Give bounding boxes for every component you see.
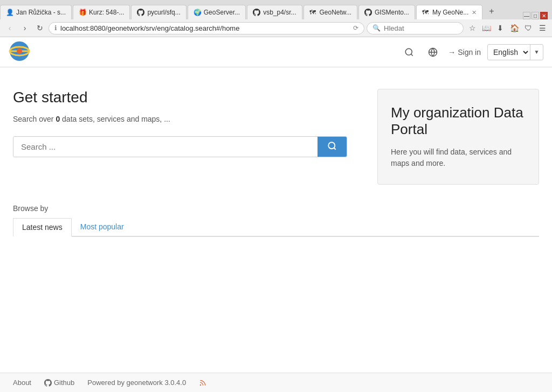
shield-icon[interactable]: 🛡 [522, 22, 535, 34]
browser-tab-8[interactable]: 🗺 My GeoNe... ✕ [416, 5, 482, 19]
address-bar[interactable]: ℹ localhost:8080/geonetwork/srv/eng/cata… [49, 22, 364, 34]
tab-label-3: pycurl/sfq... [147, 9, 180, 16]
reading-mode-icon[interactable]: 📖 [480, 22, 493, 34]
app-header: → Sign in English Czech French ▼ [0, 37, 552, 67]
tab-most-popular-label: Most popular [80, 222, 124, 231]
tab-label-2: Kurz: 548-... [89, 9, 124, 16]
svg-point-3 [17, 48, 22, 54]
tab-most-popular[interactable]: Most popular [72, 218, 133, 236]
tab-label-7: GISMento... [375, 9, 409, 16]
portal-description: Here you will find data, services and ma… [391, 146, 526, 169]
tab-latest-news-label: Latest news [22, 223, 63, 232]
hero-portal-card: My organization Data Portal Here you wil… [377, 89, 539, 185]
tab-bar: 👤 Jan Růžička - s... 🎁 Kurz: 548-... pyc… [0, 0, 552, 19]
search-icon-btn[interactable] [401, 44, 418, 61]
hero-subtitle-count: 0 [56, 115, 60, 123]
address-bar-row: ‹ › ↻ ℹ localhost:8080/geonetwork/srv/en… [0, 19, 552, 37]
svg-point-4 [405, 48, 412, 55]
tab-label-6: GeoNetw... [320, 9, 351, 16]
back-button[interactable]: ‹ [3, 22, 16, 34]
menu-icon[interactable]: ☰ [536, 22, 549, 34]
tab-label-5: vsb_p4/sr... [263, 9, 296, 16]
main-content: Get started Search over 0 data sets, ser… [0, 67, 552, 250]
tab-favicon-8: 🗺 [422, 9, 430, 16]
browser-tab-4[interactable]: 🌍 GeoServer... [188, 5, 246, 19]
hero-title: Get started [13, 89, 360, 106]
security-icon: ℹ [54, 24, 57, 32]
hero-subtitle-prefix: Search over [13, 115, 56, 123]
search-box [13, 136, 347, 157]
search-green-icon: 🔍 [372, 24, 381, 32]
tab-favicon-7 [364, 9, 372, 16]
maximize-button[interactable]: □ [532, 12, 539, 19]
browser-tab-3[interactable]: pycurl/sfq... [131, 5, 186, 19]
sign-in-icon: → [448, 48, 456, 57]
tab-favicon-5 [253, 9, 260, 16]
language-dropdown-icon[interactable]: ▼ [530, 45, 543, 60]
main-search-input[interactable] [13, 137, 318, 157]
tab-favicon-6: 🗺 [309, 9, 317, 16]
download-icon[interactable]: ⬇ [494, 22, 507, 34]
browse-label: Browse by [13, 204, 539, 213]
browse-section: Browse by Latest news Most popular [13, 204, 539, 237]
main-search-button[interactable] [318, 137, 347, 157]
hero-subtitle: Search over 0 data sets, services and ma… [13, 115, 360, 123]
toolbar-icons: ☆ 📖 ⬇ 🏠 🛡 ☰ [466, 22, 549, 34]
portal-title: My organization Data Portal [391, 104, 526, 138]
logo-svg [9, 40, 30, 62]
new-tab-button[interactable]: + [484, 3, 499, 19]
browser-search-input[interactable] [384, 24, 458, 32]
browser-chrome: 👤 Jan Růžička - s... 🎁 Kurz: 548-... pyc… [0, 0, 552, 37]
globe-icon-btn[interactable] [424, 44, 441, 61]
minimize-button[interactable]: — [523, 12, 530, 19]
tab-close-8[interactable]: ✕ [472, 9, 477, 16]
browser-tab-6[interactable]: 🗺 GeoNetw... [303, 5, 357, 19]
header-actions: → Sign in English Czech French ▼ [401, 44, 543, 61]
browser-search-bar[interactable]: 🔍 [367, 22, 464, 34]
home-icon[interactable]: 🏠 [508, 22, 521, 34]
tab-label-4: GeoServer... [204, 9, 240, 16]
svg-line-9 [334, 148, 335, 149]
tab-label-1: Jan Růžička - s... [16, 9, 66, 16]
browse-tabs: Latest news Most popular [13, 218, 539, 237]
reload-icon: ⟳ [353, 24, 358, 32]
language-select[interactable]: English Czech French [488, 45, 530, 59]
browser-tab-1[interactable]: 👤 Jan Růžička - s... [0, 5, 72, 19]
tab-label-8: My GeoNe... [432, 9, 468, 16]
sign-in-button[interactable]: → Sign in [448, 48, 481, 57]
tab-favicon-3 [137, 9, 144, 16]
svg-point-8 [328, 142, 335, 149]
browser-tab-2[interactable]: 🎁 Kurz: 548-... [73, 5, 130, 19]
browser-tab-7[interactable]: GISMento... [358, 5, 415, 19]
refresh-button[interactable]: ↻ [33, 22, 46, 34]
app-logo[interactable] [9, 40, 30, 64]
hero-section: Get started Search over 0 data sets, ser… [13, 89, 539, 185]
tab-favicon-1: 👤 [6, 9, 13, 16]
bookmark-star-icon[interactable]: ☆ [466, 22, 479, 34]
tab-favicon-2: 🎁 [79, 9, 86, 16]
tab-favicon-4: 🌍 [194, 9, 201, 16]
sign-in-label: Sign in [458, 48, 481, 57]
hero-left: Get started Search over 0 data sets, ser… [13, 89, 360, 157]
address-text: localhost:8080/geonetwork/srv/eng/catalo… [60, 24, 350, 32]
svg-line-5 [411, 54, 413, 55]
tab-latest-news[interactable]: Latest news [13, 218, 72, 237]
browser-tab-5[interactable]: vsb_p4/sr... [247, 5, 302, 19]
hero-subtitle-suffix: data sets, services and maps, ... [60, 115, 170, 123]
close-button[interactable]: ✕ [540, 12, 548, 19]
forward-button[interactable]: › [18, 22, 31, 34]
language-selector[interactable]: English Czech French ▼ [487, 44, 543, 60]
